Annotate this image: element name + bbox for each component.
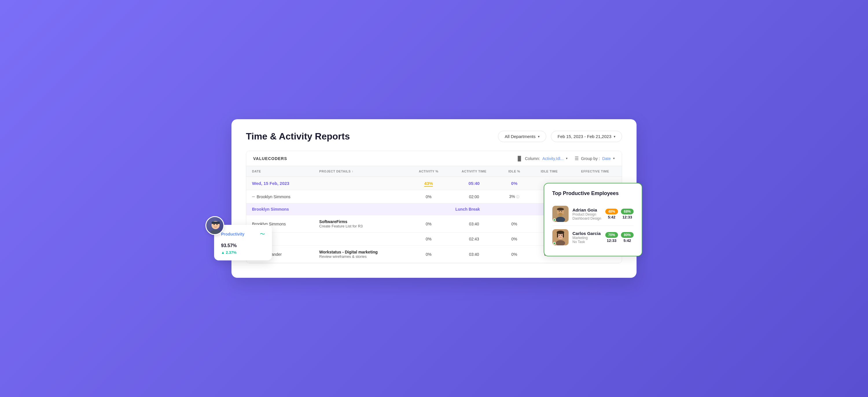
activity-badge: 48% bbox=[605, 209, 618, 214]
online-dot bbox=[553, 218, 556, 221]
date-group-cell: Wed, 15 Feb, 2023 bbox=[246, 177, 408, 190]
stat-pill-2: 80% 5:42 bbox=[621, 232, 633, 243]
toolbar-right: ▐▌ Column: Activity,Idl... ▾ ☰ Group by … bbox=[516, 156, 615, 161]
stat-pill-1: 48% 5:42 bbox=[605, 209, 618, 219]
th-activity-pct: ACTIVITY % bbox=[408, 166, 450, 177]
column-value[interactable]: Activity,Idl... bbox=[542, 156, 564, 161]
row-idle-pct: 0% bbox=[498, 215, 530, 233]
productivity-value: 93.57% bbox=[221, 240, 237, 249]
employee-entry: Adrian Goia Product Design Dashboard Des… bbox=[552, 202, 633, 226]
employee-name: Adrian Goia bbox=[572, 208, 601, 212]
employee-info: Carlos Garcia Marketing No Task bbox=[572, 231, 601, 244]
svg-point-15 bbox=[559, 235, 560, 236]
stat-pill-1: 70% 12:33 bbox=[605, 232, 618, 243]
main-card: Time & Activity Reports All Departments … bbox=[231, 119, 637, 278]
top-employees-popup: Top Productive Employees bbox=[544, 183, 642, 256]
dash-icon bbox=[252, 196, 255, 197]
svg-point-1 bbox=[210, 230, 221, 235]
svg-point-2 bbox=[214, 224, 215, 225]
employee-avatar bbox=[552, 229, 568, 245]
row-idle-pct: 3% ⓘ bbox=[498, 190, 530, 204]
chevron-down-icon: ▾ bbox=[614, 134, 615, 139]
column-label: Column: bbox=[525, 156, 540, 161]
th-project: PROJECT DETAILS ↑ bbox=[313, 166, 408, 177]
activity-time: 12:33 bbox=[607, 238, 616, 243]
svg-point-16 bbox=[561, 235, 562, 236]
effective-time: 5:42 bbox=[623, 238, 631, 243]
employee-task: Dashboard Design bbox=[572, 216, 601, 220]
table-head: DATE PROJECT DETAILS ↑ ACTIVITY % ACTIVI… bbox=[246, 166, 622, 177]
row-activity-pct: 0% bbox=[408, 190, 450, 204]
lunch-name: Brooklyn Simmons bbox=[246, 204, 313, 215]
row-activity-time: 03:40 bbox=[450, 215, 498, 233]
th-idle-pct: IDLE % bbox=[498, 166, 530, 177]
group-activity-time: 05:40 bbox=[450, 177, 498, 190]
page-title: Time & Activity Reports bbox=[246, 131, 350, 142]
th-idle-time: IDLE TIME bbox=[530, 166, 568, 177]
row-activity-time: 02:00 bbox=[450, 190, 498, 204]
row-idle-pct: 0% bbox=[498, 233, 530, 246]
group-by-label: Group by : bbox=[581, 156, 600, 161]
employee-info: Adrian Goia Product Design Dashboard Des… bbox=[572, 208, 601, 220]
activity-badge: 70% bbox=[605, 232, 618, 238]
productivity-header: Productivity 〜 bbox=[221, 231, 265, 238]
group-activity-pct: 43% bbox=[408, 177, 450, 190]
employee-role: Marketing bbox=[572, 236, 601, 240]
chevron-down-icon: ▾ bbox=[566, 157, 568, 160]
table-toolbar: VALUECODERS ▐▌ Column: Activity,Idl... ▾… bbox=[246, 151, 622, 166]
effective-time: 12:33 bbox=[622, 215, 632, 219]
avatar bbox=[206, 216, 224, 235]
employee-role: Product Design bbox=[572, 212, 601, 216]
header-row: DATE PROJECT DETAILS ↑ ACTIVITY % ACTIVI… bbox=[246, 166, 622, 177]
header: Time & Activity Reports All Departments … bbox=[246, 131, 622, 142]
group-by-selector: ☰ Group by : Date ▾ bbox=[575, 156, 615, 161]
column-selector: ▐▌ Column: Activity,Idl... ▾ bbox=[516, 156, 568, 161]
th-activity-time: ACTIVITY TIME bbox=[450, 166, 498, 177]
row-activity-pct: 0% bbox=[408, 246, 450, 263]
row-project bbox=[313, 190, 408, 204]
column-icon: ▐▌ bbox=[516, 156, 523, 161]
row-project: SoftwareFirms Create Feature List for R3 bbox=[313, 215, 408, 233]
chevron-down-icon: ▾ bbox=[613, 157, 615, 160]
th-date: DATE bbox=[246, 166, 313, 177]
svg-point-9 bbox=[561, 211, 562, 212]
row-activity-time: 03:40 bbox=[450, 246, 498, 263]
row-project bbox=[313, 233, 408, 246]
row-activity-pct: 0% bbox=[408, 233, 450, 246]
row-activity-time: 02:43 bbox=[450, 233, 498, 246]
employee-avatar bbox=[552, 206, 568, 222]
employee-entry: Carlos Garcia Marketing No Task 70% 12:3… bbox=[552, 226, 633, 249]
online-dot bbox=[553, 242, 556, 245]
row-idle-pct: 0% bbox=[498, 246, 530, 263]
svg-point-3 bbox=[216, 224, 218, 225]
header-controls: All Departments ▾ Feb 15, 2023 - Feb 21,… bbox=[498, 131, 622, 142]
row-activity-pct: 0% bbox=[408, 215, 450, 233]
effective-badge: 80% bbox=[621, 232, 633, 238]
activity-time: 5:42 bbox=[608, 215, 615, 219]
productivity-widget: Productivity 〜 93.57% 2.37% bbox=[214, 225, 272, 261]
trend-icon: 〜 bbox=[260, 231, 265, 238]
productivity-change: 2.37% bbox=[221, 250, 265, 255]
effective-badge: 68% bbox=[621, 209, 633, 214]
stat-pill-2: 68% 12:33 bbox=[621, 209, 633, 219]
row-project: Workstatus - Digital marketing Review wi… bbox=[313, 246, 408, 263]
group-idle-pct: 0% bbox=[498, 177, 530, 190]
employee-name: Carlos Garcia bbox=[572, 231, 601, 236]
svg-rect-4 bbox=[212, 222, 220, 224]
popup-title: Top Productive Employees bbox=[552, 190, 633, 196]
employee-stats: 70% 12:33 80% 5:42 bbox=[605, 232, 633, 243]
svg-point-11 bbox=[557, 208, 564, 211]
svg-point-10 bbox=[558, 213, 563, 216]
svg-rect-19 bbox=[563, 232, 564, 238]
employee-task: No Task bbox=[572, 240, 601, 244]
th-effective-time: EFFECTIVE TIME bbox=[568, 166, 622, 177]
group-by-icon: ☰ bbox=[575, 156, 579, 161]
group-by-value[interactable]: Date bbox=[602, 156, 611, 161]
productivity-label: Productivity bbox=[221, 232, 245, 236]
date-range-dropdown[interactable]: Feb 15, 2023 - Feb 21,2023 ▾ bbox=[551, 131, 622, 142]
company-name: VALUECODERS bbox=[253, 156, 287, 161]
department-dropdown[interactable]: All Departments ▾ bbox=[498, 131, 546, 142]
employee-stats: 48% 5:42 68% 12:33 bbox=[605, 209, 633, 219]
row-name: Brooklyn Simmons bbox=[246, 190, 313, 204]
svg-point-8 bbox=[559, 211, 560, 212]
